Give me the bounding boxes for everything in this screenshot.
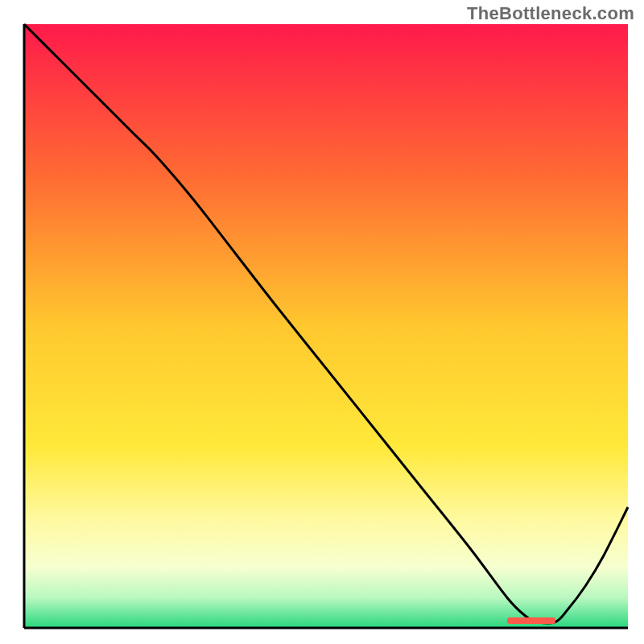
plot-area (24, 24, 628, 628)
bottleneck-chart (0, 0, 644, 644)
chart-container: TheBottleneck.com (0, 0, 644, 644)
optimum-marker (507, 617, 555, 624)
